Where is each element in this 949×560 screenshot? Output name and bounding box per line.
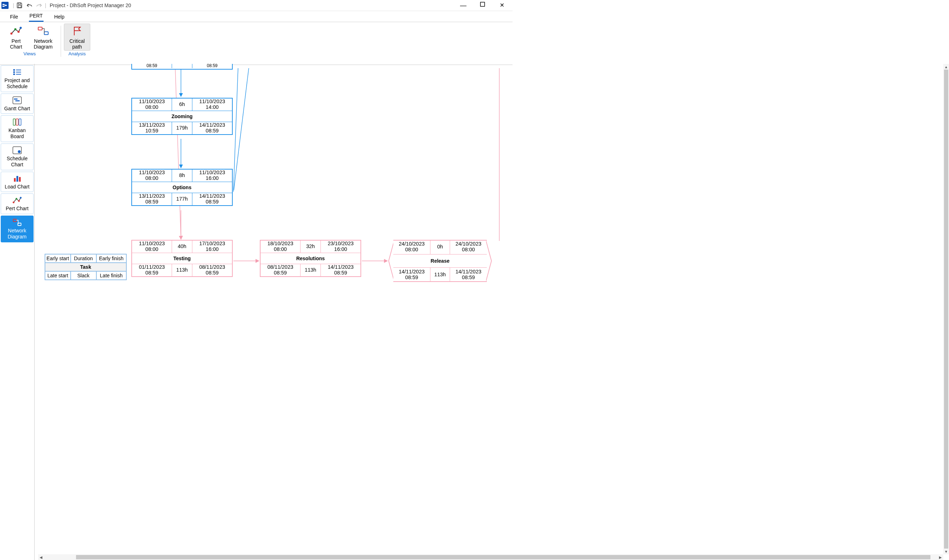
legend-early-finish: Early finish	[96, 254, 127, 263]
legend-slack: Slack	[71, 271, 96, 280]
minimize-icon[interactable]: —	[458, 2, 468, 9]
duration: 40h	[172, 240, 192, 253]
pert-icon	[12, 196, 22, 205]
sidebar-item-load-chart[interactable]: Load Chart	[1, 172, 34, 192]
task-node-options[interactable]: 11/10/202308:00 8h 11/10/202316:00 Optio…	[131, 169, 233, 206]
svg-rect-26	[14, 178, 16, 182]
close-icon[interactable]: ✕	[497, 2, 507, 9]
early-finish: 11/10/202314:00	[192, 98, 232, 111]
task-node-zooming[interactable]: 11/10/202308:00 6h 11/10/202314:00 Zoomi…	[131, 98, 233, 135]
svg-rect-20	[15, 100, 20, 102]
menu-bar: File PERT Help	[0, 11, 512, 22]
legend-late-finish: Late finish	[96, 271, 127, 280]
workspace: Project and Schedule Gantt Chart Kanban …	[0, 64, 512, 299]
late-start: 13/11/202308:59	[132, 193, 172, 205]
duration: 0h	[430, 240, 450, 254]
early-start: 11/10/202308:00	[132, 240, 172, 253]
schedule-icon	[12, 146, 22, 155]
legend-early-start: Early start	[45, 254, 71, 263]
late-finish: 14/11/202308:59	[321, 264, 360, 276]
sidebar-item-schedule-chart[interactable]: Schedule Chart	[1, 143, 34, 170]
task-node-resolutions[interactable]: 18/10/202308:00 32h 23/10/202316:00 Reso…	[260, 240, 361, 277]
slack: 177h	[172, 193, 192, 205]
early-start: 24/10/202308:00	[393, 240, 430, 254]
early-finish: 23/10/202316:00	[321, 240, 360, 253]
task-name: Options	[132, 182, 232, 193]
group-label: Analysis	[69, 51, 86, 56]
svg-rect-0	[3, 4, 4, 5]
sidebar-item-pert-chart[interactable]: Pert Chart	[1, 194, 34, 214]
duration: 8h	[172, 169, 192, 182]
early-finish: 17/10/202316:00	[192, 240, 232, 253]
svg-rect-23	[19, 119, 21, 125]
legend-task: Task	[45, 263, 126, 271]
pert-chart-button[interactable]: PertChart	[3, 23, 29, 51]
svg-rect-28	[19, 177, 21, 182]
svg-point-32	[20, 197, 22, 199]
svg-point-9	[20, 27, 22, 29]
sidebar-item-label: Network Diagram	[2, 228, 32, 240]
slack: 113h	[172, 264, 192, 276]
menu-pert[interactable]: PERT	[29, 11, 43, 22]
svg-rect-21	[13, 119, 15, 125]
svg-rect-11	[44, 32, 48, 35]
svg-rect-13	[13, 71, 15, 73]
svg-point-6	[10, 32, 12, 35]
svg-rect-4	[18, 5, 21, 8]
undo-icon[interactable]	[26, 2, 33, 9]
button-label: NetworkDiagram	[34, 38, 53, 49]
svg-rect-27	[17, 176, 18, 182]
list-icon	[12, 68, 22, 76]
early-start: 18/10/202308:00	[260, 240, 300, 253]
menu-file[interactable]: File	[9, 12, 19, 22]
late-start: 01/11/202308:59	[132, 264, 172, 276]
svg-point-30	[16, 198, 17, 200]
svg-rect-12	[13, 69, 15, 71]
network-diagram-icon	[37, 25, 49, 37]
redo-icon[interactable]	[36, 2, 43, 9]
network-icon	[12, 218, 22, 227]
sidebar-item-label: Pert Chart	[6, 206, 29, 212]
task-node-truncated[interactable]: 08:59 08:59	[131, 64, 233, 69]
app-icon	[2, 2, 9, 9]
kanban-icon	[12, 118, 22, 126]
save-icon[interactable]	[17, 2, 23, 9]
quick-access-toolbar	[17, 2, 43, 9]
sidebar-item-project-schedule[interactable]: Project and Schedule	[1, 65, 34, 92]
maximize-icon[interactable]	[478, 2, 488, 9]
sidebar-item-label: Kanban Board	[2, 128, 32, 140]
svg-point-25	[18, 150, 21, 153]
task-name: Release	[393, 254, 487, 268]
early-start: 11/10/202308:00	[132, 98, 172, 111]
qat-separator-2: |	[45, 3, 46, 8]
sidebar-item-gantt-chart[interactable]: Gantt Chart	[1, 94, 34, 114]
svg-rect-14	[13, 74, 15, 75]
sidebar-item-label: Schedule Chart	[2, 155, 32, 168]
sidebar-item-label: Gantt Chart	[4, 106, 30, 112]
network-diagram-canvas[interactable]: 08:59 08:59 11/10/202308:00 6h 11/10/202…	[38, 64, 512, 299]
view-sidebar: Project and Schedule Gantt Chart Kanban …	[0, 64, 35, 299]
menu-help[interactable]: Help	[54, 12, 65, 22]
late-start: 13/11/202310:59	[132, 122, 172, 134]
task-node-release[interactable]: 24/10/202308:00 0h 24/10/202308:00 Relea…	[388, 240, 492, 282]
slack: 113h	[300, 264, 321, 276]
slack: 179h	[172, 122, 192, 134]
sidebar-item-label: Project and Schedule	[2, 77, 32, 89]
button-label: PertChart	[10, 38, 22, 49]
task-node-testing[interactable]: 11/10/202308:00 40h 17/10/202316:00 Test…	[131, 240, 233, 277]
early-finish: 24/10/202308:00	[450, 240, 487, 254]
late-finish: 14/11/202308:59	[192, 193, 232, 205]
sidebar-item-network-diagram[interactable]: Network Diagram	[1, 215, 34, 242]
pert-chart-icon	[10, 25, 22, 37]
svg-rect-33	[13, 219, 17, 222]
late-start: 08/11/202308:59	[260, 264, 300, 276]
svg-point-29	[13, 202, 15, 203]
group-label: Views	[23, 51, 36, 56]
late-start: 14/11/202308:59	[393, 268, 430, 282]
critical-path-button[interactable]: Criticalpath	[64, 23, 90, 51]
task-name: Zooming	[132, 111, 232, 122]
sidebar-item-kanban-board[interactable]: Kanban Board	[1, 115, 34, 142]
late-finish: 08/11/202308:59	[192, 264, 232, 276]
svg-rect-10	[38, 27, 42, 30]
network-diagram-button[interactable]: NetworkDiagram	[30, 23, 56, 51]
